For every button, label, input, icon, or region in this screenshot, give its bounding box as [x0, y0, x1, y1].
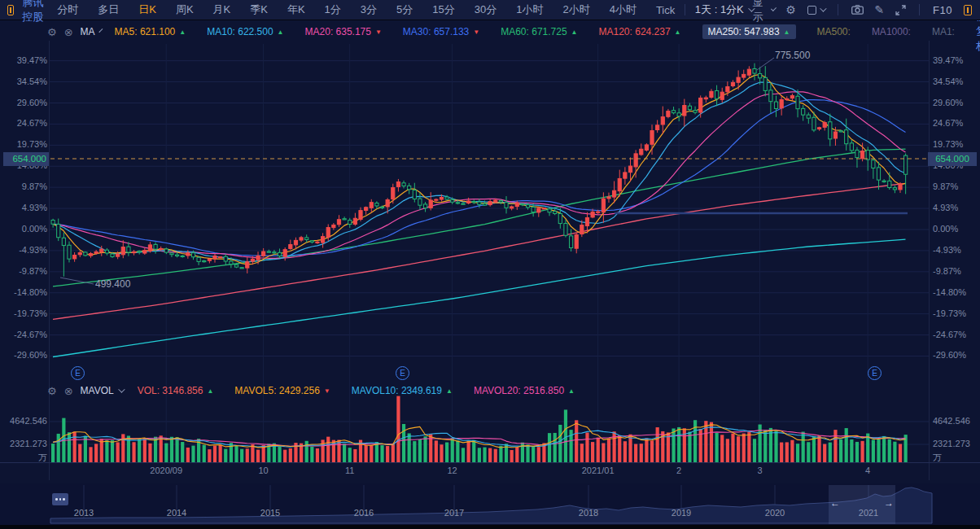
event-marker[interactable]: E [868, 366, 882, 380]
x-axis-label: 11 [345, 466, 354, 475]
period-tab-30分[interactable]: 30分 [475, 2, 497, 17]
indicator-text: MA120: 624.237 [599, 26, 671, 37]
mavol-values: VOL: 3146.856▲MAVOL5: 2429.256▼MAVOL10: … [138, 385, 596, 396]
symbol-name[interactable]: 腾讯控股 [22, 0, 46, 24]
ma-indicator-row: ⚙ ⊗ MA MA5: 621.100▲MA10: 622.500▲MA20: … [47, 23, 977, 41]
indicator-value-MA60: MA60: 671.725▲ [501, 26, 577, 37]
fullscreen-icon[interactable] [895, 5, 906, 15]
period-tab-5分[interactable]: 5分 [396, 2, 413, 17]
selection-right-handle-icon[interactable]: → [884, 497, 894, 509]
indicator-settings-gear-icon[interactable]: ⚙ [47, 26, 57, 38]
custom-period-label: 1天 : 1分K [695, 2, 744, 17]
period-tab-3分[interactable]: 3分 [361, 2, 377, 17]
chevron-down-icon[interactable] [98, 28, 103, 33]
indicator-text: MA20: 635.175 [305, 26, 371, 37]
high-price-annotation: 775.500 [775, 50, 810, 61]
period-tab-1分[interactable]: 1分 [325, 2, 341, 17]
down-triangle-icon: ▼ [473, 28, 479, 36]
event-marker[interactable]: E [396, 366, 409, 380]
price-axis-tick: -19.73% [933, 308, 980, 318]
x-axis-label: 2 [676, 466, 681, 475]
indicator-value-MA500: MA500: [817, 26, 851, 37]
camera-icon[interactable] [851, 5, 864, 15]
indicator-close-icon[interactable]: ⊗ [64, 385, 73, 397]
period-tab-多日[interactable]: 多日 [98, 2, 119, 17]
period-tab-日K[interactable]: 日K [138, 2, 156, 17]
event-marker[interactable]: E [71, 366, 85, 380]
chart-canvas [0, 0, 980, 529]
indicator-text: MA1: [932, 26, 955, 37]
period-tab-1小时[interactable]: 1小时 [516, 2, 543, 17]
chevron-down-icon[interactable] [118, 386, 125, 392]
period-tab-Tick[interactable]: Tick [656, 4, 675, 16]
period-tab-月K[interactable]: 月K [213, 2, 231, 17]
up-triangle-icon: ▲ [571, 28, 578, 36]
indicator-name[interactable]: MAVOL [81, 385, 114, 396]
price-axis-tick: 24.67% [933, 118, 980, 128]
chart-style-dropdown[interactable] [807, 6, 825, 15]
navigator-year-label: 2018 [579, 508, 598, 518]
bottom-strip [0, 525, 980, 529]
price-axis-tick: 0.00% [0, 224, 47, 234]
f10-button[interactable]: F10 [933, 4, 952, 16]
indicator-settings-gear-icon[interactable]: ⚙ [47, 385, 57, 397]
navigator-year-label: 2013 [74, 508, 94, 518]
price-axis-tick: 4.93% [0, 203, 47, 212]
indicator-value-MA5: MA5: 621.100▲ [115, 26, 186, 37]
custom-period-dropdown[interactable]: 1天 : 1分K [695, 2, 753, 17]
indicator-text: MA250: 547.983 [708, 26, 780, 37]
indicator-value-MA20: MA20: 635.175▼ [305, 26, 382, 37]
indicator-text: MAVOL5: 2429.256 [234, 385, 320, 396]
navigator-year-label: 2017 [444, 508, 464, 518]
period-tab-4小时[interactable]: 4小时 [610, 2, 637, 17]
indicator-close-icon[interactable]: ⊗ [64, 26, 73, 38]
volume-axis-tick: 2321.273 [0, 439, 47, 448]
up-triangle-icon: ▲ [784, 28, 790, 36]
price-axis-tick: -4.93% [933, 245, 980, 255]
indicator-value-VOL: VOL: 3146.856▲ [138, 385, 214, 396]
x-axis-label: 12 [447, 466, 457, 475]
down-triangle-icon: ▼ [375, 28, 382, 36]
period-tabs: 分时多日日K周K月K季K年K1分3分5分15分30分1小时2小时4小时Tick [57, 2, 675, 17]
price-axis-tick: 24.67% [0, 118, 47, 128]
up-triangle-icon: ▲ [446, 387, 453, 395]
x-axis-label: 4 [865, 466, 870, 475]
display-dropdown[interactable]: 显示 [753, 0, 774, 24]
chevron-down-icon [820, 5, 826, 11]
navigator-year-label: 2020 [765, 508, 785, 518]
price-axis-tick: -29.60% [0, 350, 47, 360]
ma-values: MA5: 621.100▲MA10: 622.500▲MA20: 635.175… [115, 24, 976, 39]
period-tab-分时[interactable]: 分时 [57, 2, 78, 17]
up-triangle-icon: ▲ [278, 28, 284, 36]
indicator-text: MAVOL10: 2349.619 [352, 385, 442, 396]
period-tab-年K[interactable]: 年K [287, 2, 305, 17]
volume-axis-tick: 4642.546 [933, 416, 980, 426]
price-axis-tick: -4.93% [0, 245, 47, 255]
price-axis-tick: 29.60% [0, 98, 47, 107]
divider [685, 4, 685, 15]
indicator-value-MAVOL10: MAVOL10: 2349.619▲ [352, 385, 453, 396]
indicator-text: MA30: 657.133 [403, 26, 469, 37]
indicator-value-MA10: MA10: 622.500▲ [207, 26, 283, 37]
period-tab-15分[interactable]: 15分 [432, 2, 454, 17]
period-tab-季K[interactable]: 季K [250, 2, 268, 17]
pencil-draw-icon[interactable]: ✎ [875, 3, 885, 16]
period-tab-2小时[interactable]: 2小时 [562, 2, 589, 17]
quote-window-icon[interactable] [964, 5, 972, 15]
price-axis-tick: -14.80% [0, 287, 47, 297]
price-axis-tick: 39.47% [0, 55, 47, 65]
price-axis-tick: 4.93% [933, 203, 980, 212]
x-axis-label: 2020/09 [150, 466, 182, 475]
price-axis-tick: 29.60% [933, 98, 980, 107]
period-tab-周K[interactable]: 周K [176, 2, 194, 17]
selection-left-handle-icon[interactable]: ← [830, 497, 840, 509]
volume-axis-tick: 2321.273 [933, 439, 980, 448]
square-icon [807, 6, 816, 15]
navigator-more-button[interactable] [52, 493, 68, 505]
divider [919, 4, 920, 15]
settings-gear-icon[interactable]: ⚙ [785, 3, 796, 16]
indicator-name[interactable]: MA [81, 26, 95, 37]
navigator-selection-window[interactable]: ← → [829, 485, 895, 524]
indicator-value-MAVOL20: MAVOL20: 2516.850▲ [474, 385, 575, 396]
k-line-window-icon[interactable] [7, 5, 14, 15]
